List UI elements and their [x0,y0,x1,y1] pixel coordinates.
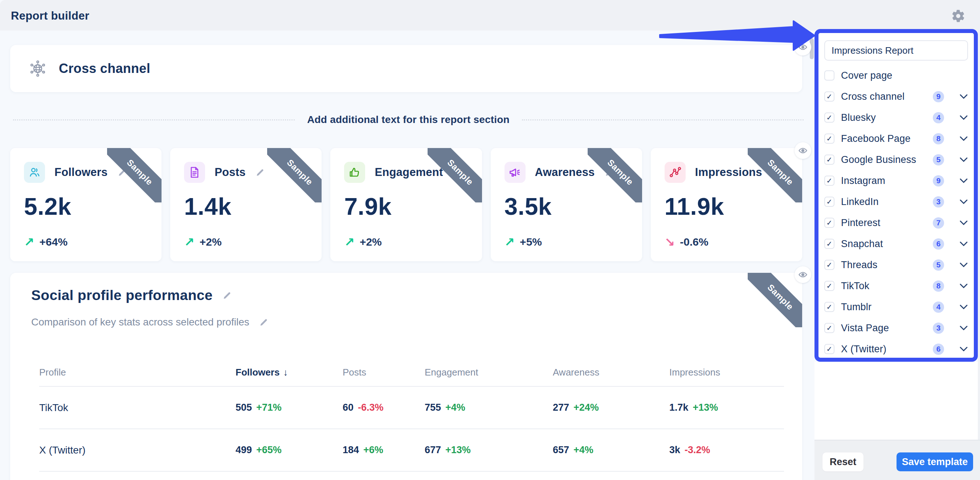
chevron-down-icon[interactable] [959,283,968,289]
posts-value: 184 [343,445,359,455]
chevron-down-icon[interactable] [959,241,968,247]
impressions-value: 1.7k [669,402,689,413]
sort-desc-icon: ↓ [283,367,288,378]
count-badge: 4 [933,302,944,313]
column-header-awareness[interactable]: Awareness [553,367,669,378]
chevron-down-icon[interactable] [959,178,968,184]
metric-label: Followers [54,166,108,179]
dotted-divider [13,119,295,121]
followers-change: +65% [256,445,282,455]
social-profile-performance-section: Sample Social profile performance Compar… [10,273,802,480]
engagement-change: +4% [445,402,465,413]
engagement-icon [344,162,365,183]
edit-icon[interactable] [222,291,232,300]
checkbox[interactable]: ✓ [824,260,834,270]
awareness-value: 657 [553,445,569,455]
eye-icon[interactable] [794,39,811,56]
chevron-down-icon[interactable] [959,325,968,331]
metric-change: +2% [200,236,222,248]
profile-performance-table: Profile Followers↓ Posts Engagement Awar… [39,358,784,472]
cross-channel-globe-icon [28,59,47,78]
section-item-google-business[interactable]: ✓ Google Business 5 [824,149,968,170]
add-section-text-field[interactable]: Add additional text for this report sect… [13,112,803,128]
section-item-facebook-page[interactable]: ✓ Facebook Page 8 [824,128,968,149]
impressions-change: -3.2% [684,445,710,455]
checkbox[interactable]: ✓ [824,344,834,354]
checkbox[interactable]: ✓ [824,154,834,165]
column-header-followers[interactable]: Followers↓ [235,367,343,378]
count-badge: 9 [933,91,944,102]
section-item-vista-page[interactable]: ✓ Vista Page 3 [824,318,968,339]
save-template-button[interactable]: Save template [897,453,973,471]
column-header-profile[interactable]: Profile [39,367,235,378]
report-builder-screen: Report builder Cross channel Add additio… [0,0,980,480]
checkbox[interactable]: ✓ [824,176,834,186]
chevron-down-icon[interactable] [959,94,968,99]
column-header-engagement[interactable]: Engagement [425,367,553,378]
report-name-input[interactable] [824,40,968,60]
chevron-down-icon[interactable] [959,304,968,310]
checkbox[interactable]: ✓ [824,281,834,291]
metric-change: -0.6% [680,236,708,248]
section-item-cross-channel[interactable]: ✓ Cross channel 9 [824,86,968,107]
trend-arrow-icon: ↗ [184,236,194,248]
checkbox[interactable]: ✓ [824,218,834,228]
awareness-change: +24% [573,402,599,413]
chevron-down-icon[interactable] [959,199,968,205]
edit-icon[interactable] [255,168,265,177]
chevron-down-icon[interactable] [959,157,968,162]
table-row: TikTok 505+71% 60-6.3% 755+4% 277+24% 1.… [39,387,784,429]
metric-label: Awareness [535,166,595,179]
trend-arrow-icon: ↘ [665,236,675,248]
gear-icon[interactable] [951,9,966,23]
section-item-cover-page[interactable]: Cover page [824,65,968,86]
checkbox[interactable]: ✓ [824,91,834,102]
count-badge: 5 [933,259,944,271]
trend-arrow-icon: ↗ [504,236,515,248]
top-bar: Report builder [0,0,980,30]
section-item-linkedin[interactable]: ✓ LinkedIn 3 [824,191,968,212]
checkbox[interactable] [824,70,834,81]
section-item-pinterest[interactable]: ✓ Pinterest 7 [824,212,968,233]
edit-icon[interactable] [605,168,614,177]
chevron-down-icon[interactable] [959,114,968,121]
checkbox[interactable]: ✓ [824,113,834,122]
section-title: Cross channel [59,61,150,76]
count-badge: 4 [933,112,944,123]
checkbox[interactable]: ✓ [824,302,834,312]
eye-icon[interactable] [794,142,811,159]
column-header-posts[interactable]: Posts [343,367,425,378]
reset-button[interactable]: Reset [822,453,864,471]
edit-icon[interactable] [259,318,269,327]
metric-label: Impressions [695,166,762,179]
checkbox[interactable]: ✓ [824,197,834,207]
report-settings-panel: Cover page ✓ Cross channel 9 ✓ Bluesky 4 [815,29,980,480]
section-item-bluesky[interactable]: ✓ Bluesky 4 [824,107,968,128]
checkbox[interactable]: ✓ [824,323,834,333]
section-item-tiktok[interactable]: ✓ TikTok 8 [824,275,968,296]
section-item-threads[interactable]: ✓ Threads 5 [824,254,968,275]
checkbox[interactable]: ✓ [824,239,834,249]
cross-channel-section: Cross channel [10,45,802,92]
edit-icon[interactable] [117,168,127,177]
chevron-down-icon[interactable] [959,136,968,141]
section-item-snapchat[interactable]: ✓ Snapchat 6 [824,233,968,254]
metric-label: Posts [215,166,245,179]
section-item-instagram[interactable]: ✓ Instagram 9 [824,170,968,191]
metric-card-followers: Sample Followers 5.2k ↗ +64% [10,148,162,261]
table-header-row: Profile Followers↓ Posts Engagement Awar… [39,358,784,387]
chevron-down-icon[interactable] [959,346,968,352]
section-item-x-twitter[interactable]: ✓ X (Twitter) 6 [824,339,968,359]
column-header-impressions[interactable]: Impressions [669,367,784,378]
count-badge: 5 [933,154,944,165]
engagement-value: 755 [425,402,441,413]
chevron-down-icon[interactable] [959,262,968,268]
eye-icon[interactable] [794,266,811,283]
trend-arrow-icon: ↗ [24,236,35,248]
followers-value: 499 [235,445,252,455]
edit-icon[interactable] [452,168,462,177]
section-item-tumblr[interactable]: ✓ Tumblr 4 [824,296,968,318]
edit-icon[interactable] [772,168,781,177]
chevron-down-icon[interactable] [959,220,968,226]
checkbox[interactable]: ✓ [824,134,834,144]
